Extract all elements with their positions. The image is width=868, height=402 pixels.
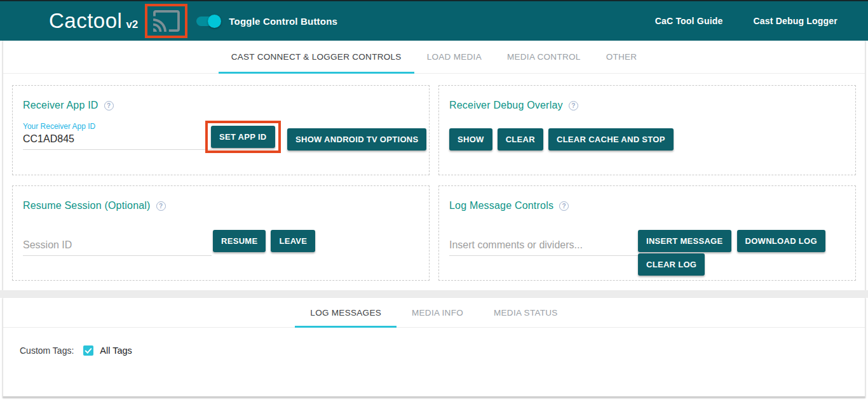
tab-media-info[interactable]: MEDIA INFO: [397, 298, 478, 327]
highlight-box-set-app-id: SET APP ID: [205, 121, 281, 153]
app-header: Cactool v2 Toggle Control Buttons CaC To…: [0, 1, 868, 41]
insert-message-button[interactable]: INSERT MESSAGE: [638, 230, 731, 252]
toggle-thumb: [208, 15, 221, 28]
tab-cast-connect-logger-controls[interactable]: CAST CONNECT & LOGGER CONTROLS: [219, 41, 414, 73]
clear-cache-and-stop-button[interactable]: CLEAR CACHE AND STOP: [548, 128, 674, 151]
app-version: v2: [126, 18, 138, 31]
link-cac-tool-guide[interactable]: CaC Tool Guide: [655, 16, 723, 26]
tab-log-messages[interactable]: LOG MESSAGES: [295, 298, 397, 327]
receiver-app-id-input[interactable]: [23, 132, 212, 150]
custom-tags-row: Custom Tags: All Tags: [3, 328, 865, 356]
tab-load-media[interactable]: LOAD MEDIA: [414, 41, 494, 73]
panel-title: Receiver App ID: [23, 100, 98, 111]
log-tab-bar: LOG MESSAGES MEDIA INFO MEDIA STATUS: [3, 298, 865, 328]
overlay-clear-button[interactable]: CLEAR: [498, 128, 543, 151]
panel-title: Resume Session (Optional): [23, 200, 151, 211]
panel-title: Receiver Debug Overlay: [449, 100, 563, 111]
panel-receiver-app-id: Receiver App ID ? Your Receiver App ID S…: [12, 85, 430, 175]
set-app-id-button[interactable]: SET APP ID: [211, 126, 275, 148]
overlay-show-button[interactable]: SHOW: [449, 128, 492, 151]
resume-button[interactable]: RESUME: [213, 230, 266, 252]
app-brand: Cactool v2: [49, 9, 138, 33]
app-title: Cactool: [49, 9, 122, 33]
panel-receiver-debug-overlay: Receiver Debug Overlay ? SHOW CLEAR CLEA…: [438, 85, 856, 175]
panel-log-message-controls: Log Message Controls ? INSERT MESSAGE DO…: [438, 185, 856, 281]
session-id-input[interactable]: [23, 238, 212, 256]
clear-log-button[interactable]: CLEAR LOG: [638, 253, 705, 276]
highlight-box-cast: [145, 4, 187, 38]
panels-grid: Receiver App ID ? Your Receiver App ID S…: [3, 74, 865, 290]
log-comment-input[interactable]: [449, 238, 638, 256]
help-icon[interactable]: ?: [559, 201, 569, 211]
help-icon[interactable]: ?: [104, 101, 114, 111]
controls-card: CAST CONNECT & LOGGER CONTROLS LOAD MEDI…: [3, 41, 865, 290]
link-cast-debug-logger[interactable]: Cast Debug Logger: [753, 16, 837, 26]
main-tab-bar: CAST CONNECT & LOGGER CONTROLS LOAD MEDI…: [3, 41, 865, 74]
leave-button[interactable]: LEAVE: [271, 230, 315, 252]
tab-media-control[interactable]: MEDIA CONTROL: [494, 41, 593, 73]
all-tags-checkbox[interactable]: [83, 345, 93, 356]
panel-title: Log Message Controls: [449, 200, 553, 211]
receiver-app-id-input-label: Your Receiver App ID: [23, 122, 212, 131]
header-links: CaC Tool Guide Cast Debug Logger: [655, 16, 837, 26]
toggle-label: Toggle Control Buttons: [229, 16, 337, 27]
all-tags-label: All Tags: [100, 345, 132, 356]
control-buttons-toggle[interactable]: [196, 17, 220, 26]
section-divider: [0, 290, 868, 298]
help-icon[interactable]: ?: [156, 201, 166, 211]
panel-resume-session: Resume Session (Optional) ? RESUME LEAVE: [12, 185, 430, 281]
cast-icon[interactable]: [152, 9, 181, 33]
help-icon[interactable]: ?: [569, 101, 578, 111]
tab-media-status[interactable]: MEDIA STATUS: [478, 298, 573, 327]
tab-other[interactable]: OTHER: [593, 41, 650, 73]
log-card: LOG MESSAGES MEDIA INFO MEDIA STATUS Cus…: [3, 298, 865, 398]
download-log-button[interactable]: DOWNLOAD LOG: [737, 230, 825, 252]
custom-tags-label: Custom Tags:: [20, 345, 74, 356]
show-android-tv-options-button[interactable]: SHOW ANDROID TV OPTIONS: [287, 128, 426, 151]
